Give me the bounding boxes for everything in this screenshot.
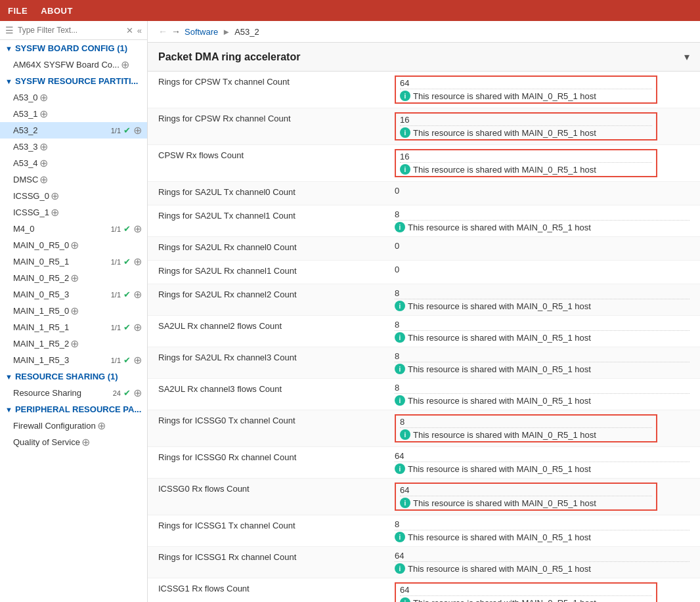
panel-collapse-button[interactable]: ▾ <box>684 51 689 63</box>
resource-value: 0 <box>395 241 689 251</box>
resource-value: 8 <box>395 288 689 298</box>
add-icon[interactable]: ⊕ <box>39 91 48 104</box>
add-icon[interactable]: ⊕ <box>133 354 142 366</box>
sidebar-item-a53-3[interactable]: A53_3 ⊕ <box>0 139 147 155</box>
add-icon[interactable]: ⊕ <box>70 239 79 251</box>
shared-info: iThis resource is shared with MAIN_0_R5_… <box>395 393 689 406</box>
section-sysfw-resource[interactable]: ▼ SYSFW RESOURCE PARTITI... <box>0 73 147 89</box>
sidebar-item-m4-0[interactable]: M4_0 1/1 ✔ ⊕ <box>0 221 147 237</box>
resource-label: Rings for SA2UL Tx channel0 Count <box>158 186 395 197</box>
section-resource-sharing[interactable]: ▼ RESOURCE SHARING (1) <box>0 368 147 385</box>
add-icon[interactable]: ⊕ <box>81 436 90 448</box>
resource-label: SA2UL Rx channel3 flows Count <box>158 383 395 394</box>
badge: 1/1 <box>111 324 121 332</box>
resource-value-area: 16iThis resource is shared with MAIN_0_R… <box>395 112 689 140</box>
section-arrow: ▼ <box>5 77 12 85</box>
item-label: ICSSG_0 <box>13 191 49 201</box>
section-arrow: ▼ <box>5 406 12 414</box>
sidebar-item-main-0-r5-2[interactable]: MAIN_0_R5_2 ⊕ <box>0 270 147 286</box>
sidebar-item-icssg-1[interactable]: ICSSG_1 ⊕ <box>0 204 147 221</box>
add-am64x-icon[interactable]: ⊕ <box>121 58 129 71</box>
shared-text: This resource is shared with MAIN_0_R5_1… <box>413 91 596 101</box>
section-sysfw-board-config[interactable]: ▼ SYSFW BOARD CONFIG (1) <box>0 40 147 56</box>
badge: 1/1 <box>111 225 121 233</box>
sidebar-item-firewall-config[interactable]: Firewall Configuration ⊕ <box>0 418 147 434</box>
shared-info: iThis resource is shared with MAIN_0_R5_… <box>395 462 689 474</box>
resource-row: Rings for CPSW Rx channel Count16iThis r… <box>148 108 700 145</box>
resource-label: Rings for ICSSG1 Tx channel Count <box>158 519 395 530</box>
check-icon: ✔ <box>123 322 131 332</box>
breadcrumb-sep: ► <box>222 27 230 37</box>
sidebar-item-main-0-r5-0[interactable]: MAIN_0_R5_0 ⊕ <box>0 237 147 253</box>
item-label: DMSC <box>13 175 38 184</box>
sidebar-item-resource-sharing[interactable]: Resource Sharing 24 ✔ ⊕ <box>0 385 147 401</box>
app-container: ☰ ✕ « ▼ SYSFW BOARD CONFIG (1) AM64X SYS… <box>0 21 700 602</box>
check-icon: ✔ <box>123 290 131 299</box>
item-label: A53_2 <box>13 125 38 135</box>
resource-value-area: 8iThis resource is shared with MAIN_0_R5… <box>395 288 689 311</box>
add-icon[interactable]: ⊕ <box>70 337 79 350</box>
sidebar-item-main-1-r5-2[interactable]: MAIN_1_R5_2 ⊕ <box>0 335 147 352</box>
item-label: MAIN_1_R5_1 <box>13 322 69 332</box>
sidebar-item-icssg-0[interactable]: ICSSG_0 ⊕ <box>0 188 147 204</box>
resource-value: 64 <box>400 585 652 595</box>
add-icon[interactable]: ⊕ <box>51 190 59 202</box>
sidebar-item-a53-0[interactable]: A53_0 ⊕ <box>0 89 147 106</box>
clear-filter-icon[interactable]: ✕ <box>126 26 133 35</box>
section-arrow: ▼ <box>5 45 12 53</box>
resource-row: SA2UL Rx channel3 flows Count8iThis reso… <box>148 379 700 410</box>
add-icon[interactable]: ⊕ <box>133 255 142 268</box>
add-icon[interactable]: ⊕ <box>39 140 48 153</box>
add-icon[interactable]: ⊕ <box>39 173 48 186</box>
resource-value: 64 <box>395 451 689 461</box>
add-icon[interactable]: ⊕ <box>70 305 79 317</box>
item-label: A53_4 <box>13 158 38 168</box>
shared-info: iThis resource is shared with MAIN_0_R5_… <box>400 496 652 508</box>
add-icon[interactable]: ⊕ <box>97 419 106 432</box>
filter-input[interactable] <box>18 26 122 35</box>
add-icon[interactable]: ⊕ <box>133 124 142 137</box>
shared-text: This resource is shared with MAIN_0_R5_1… <box>413 598 596 603</box>
check-icon: ✔ <box>123 125 131 135</box>
panel-title: Packet DMA ring accelerator <box>158 51 300 63</box>
item-label: Quality of Service <box>13 437 80 447</box>
info-icon: i <box>400 429 410 440</box>
add-icon[interactable]: ⊕ <box>133 387 142 399</box>
shared-text: This resource is shared with MAIN_0_R5_1… <box>413 165 596 175</box>
add-icon[interactable]: ⊕ <box>133 321 142 333</box>
back-button[interactable]: ← <box>158 26 167 37</box>
sidebar-item-main-0-r5-1[interactable]: MAIN_0_R5_1 1/1 ✔ ⊕ <box>0 253 147 270</box>
add-icon[interactable]: ⊕ <box>51 206 59 219</box>
main-content: ← → Software ► A53_2 Packet DMA ring acc… <box>148 21 700 602</box>
item-label: MAIN_0_R5_1 <box>13 257 69 267</box>
info-icon: i <box>395 532 405 542</box>
menu-file[interactable]: FILE <box>8 6 28 16</box>
sidebar-item-am64x[interactable]: AM64X SYSFW Board Co... ⊕ <box>0 56 147 73</box>
sidebar-item-main-1-r5-1[interactable]: MAIN_1_R5_1 1/1 ✔ ⊕ <box>0 319 147 335</box>
collapse-sidebar-icon[interactable]: « <box>137 26 142 35</box>
badge: 1/1 <box>111 127 121 135</box>
sidebar-item-main-1-r5-3[interactable]: MAIN_1_R5_3 1/1 ✔ ⊕ <box>0 352 147 368</box>
add-icon[interactable]: ⊕ <box>133 288 142 301</box>
item-label: MAIN_0_R5_2 <box>13 273 69 283</box>
sidebar-item-quality-of-service[interactable]: Quality of Service ⊕ <box>0 434 147 450</box>
sidebar-item-main-0-r5-3[interactable]: MAIN_0_R5_3 1/1 ✔ ⊕ <box>0 286 147 303</box>
breadcrumb-software[interactable]: Software <box>185 27 218 37</box>
add-icon[interactable]: ⊕ <box>39 157 48 169</box>
forward-button[interactable]: → <box>171 26 181 37</box>
add-icon[interactable]: ⊕ <box>39 108 48 120</box>
sidebar-item-main-1-r5-0[interactable]: MAIN_1_R5_0 ⊕ <box>0 303 147 319</box>
resource-value: 64 <box>400 78 652 88</box>
section-peripheral-resource[interactable]: ▼ PERIPHERAL RESOURCE PA... <box>0 401 147 418</box>
resource-value: 16 <box>400 152 652 161</box>
sidebar-item-a53-2[interactable]: A53_2 1/1 ✔ ⊕ <box>0 122 147 139</box>
sidebar-item-dmsc[interactable]: DMSC ⊕ <box>0 171 147 188</box>
item-label: A53_3 <box>13 142 38 152</box>
add-icon[interactable]: ⊕ <box>133 223 142 235</box>
info-icon: i <box>400 498 410 508</box>
menu-about[interactable]: ABOUT <box>41 6 73 16</box>
sidebar-item-a53-1[interactable]: A53_1 ⊕ <box>0 106 147 122</box>
sidebar-item-a53-4[interactable]: A53_4 ⊕ <box>0 155 147 171</box>
add-icon[interactable]: ⊕ <box>70 272 79 284</box>
check-icon: ✔ <box>123 224 131 234</box>
